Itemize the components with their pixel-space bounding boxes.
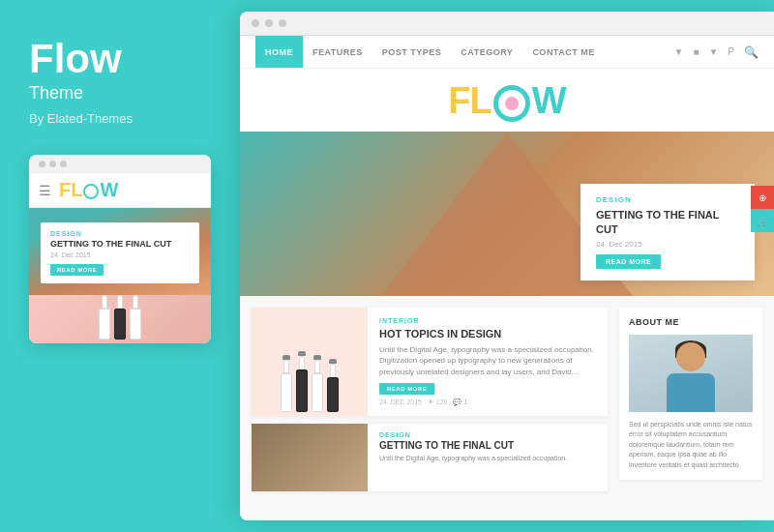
post1-date: 24. DEC 2015	[379, 399, 422, 405]
mobile-category: DESIGN	[50, 230, 190, 237]
left-panel: Flow Theme By Elated-Themes ☰ FLW DESIGN…	[0, 0, 240, 532]
hero-title: GETTING TO THE FINAL CUT	[596, 208, 739, 236]
brand-title: Flow	[29, 39, 211, 79]
hero-read-more-btn[interactable]: READ MORE	[596, 254, 661, 269]
bottles-illustration	[275, 308, 344, 416]
post-card-2: DESIGN GETTING TO THE FINAL CUT Until th…	[252, 424, 608, 491]
edge-icons: ⊕ 🛒	[751, 186, 774, 232]
hero-date: 24. Dec 2015	[596, 240, 739, 249]
dot-red	[39, 161, 45, 167]
brand-author: By Elated-Themes	[29, 111, 211, 126]
bottle-1	[281, 355, 292, 412]
mobile-hero-card: DESIGN GETTING TO THE FINAL CUT 24. Dec …	[41, 222, 199, 283]
search-icon[interactable]: 🔍	[744, 45, 759, 59]
bottle-3	[312, 355, 323, 412]
browser-chrome	[240, 12, 774, 36]
dot-green	[60, 161, 67, 167]
chrome-dot-1	[252, 19, 259, 27]
mobile-hero: DESIGN GETTING TO THE FINAL CUT 24. Dec …	[29, 208, 211, 295]
widget-title: ABOUT ME	[629, 317, 753, 327]
about-description: Sed ut perspiciatis unde omnis iste natu…	[629, 420, 753, 471]
desktop-logo-area: FLW	[240, 69, 774, 132]
mobile-card-title: GETTING TO THE FINAL CUT	[50, 239, 190, 250]
chrome-dot-3	[279, 19, 286, 27]
nav-contact[interactable]: CONTACT ME	[522, 36, 604, 68]
person-head	[676, 342, 705, 371]
post-text-2: DESIGN GETTING TO THE FINAL CUT Until th…	[368, 424, 608, 491]
chrome-dot-2	[265, 19, 273, 27]
post2-description: Until the Digital Age, typography was a …	[379, 454, 596, 462]
post1-views: 126	[436, 399, 448, 405]
bottle-4	[327, 359, 339, 412]
about-avatar	[629, 335, 753, 412]
mobile-bottom-content	[29, 295, 211, 343]
post1-meta: 24. DEC 2015 👁 126 💬 1	[379, 399, 596, 406]
nav-post-types[interactable]: POST TYPES	[372, 36, 452, 68]
mobile-read-more-btn[interactable]: READ MORE	[50, 264, 104, 276]
desktop-preview: HOME FEATURES POST TYPES CATEGORY CONTAC…	[240, 12, 774, 520]
social-icon-1: ▼	[673, 46, 683, 57]
social-icon-2: ■	[693, 46, 699, 57]
social-icon-4: P	[728, 46, 734, 57]
mobile-bottles	[29, 295, 211, 343]
social-icon-3: ▼	[708, 46, 718, 57]
hero-section: DESIGN GETTING TO THE FINAL CUT 24. Dec …	[240, 132, 774, 296]
main-content: INTERIOR HOT TOPICS IN DESIGN Until the …	[240, 296, 774, 520]
desktop-logo: FLW	[240, 82, 774, 122]
mobile-browser-dots	[29, 155, 211, 173]
hamburger-icon: ☰	[39, 183, 51, 198]
mobile-card-date: 24. Dec 2015	[50, 251, 190, 258]
post-text-1: INTERIOR HOT TOPICS IN DESIGN Until the …	[368, 308, 608, 416]
post1-comments: 1	[463, 399, 467, 405]
desktop-nav: HOME FEATURES POST TYPES CATEGORY CONTAC…	[240, 36, 774, 69]
desktop-content: FLW DESIGN GETTING TO THE FINAL CUT 24. …	[240, 69, 774, 520]
hero-category: DESIGN	[596, 195, 739, 204]
post1-read-more-btn[interactable]: READ MORE	[379, 383, 434, 395]
post2-category: DESIGN	[379, 431, 596, 438]
mobile-nav: ☰ FLW	[29, 173, 211, 208]
brand-subtitle: Theme	[29, 83, 211, 103]
post1-title: HOT TOPICS IN DESIGN	[379, 327, 596, 340]
nav-features[interactable]: FEATURES	[303, 36, 372, 68]
dot-yellow	[49, 161, 56, 167]
post-card-1: INTERIOR HOT TOPICS IN DESIGN Until the …	[252, 308, 608, 416]
posts-area: INTERIOR HOT TOPICS IN DESIGN Until the …	[252, 308, 608, 509]
post-image-2	[252, 424, 368, 491]
nav-home[interactable]: HOME	[255, 36, 303, 68]
post1-description: Until the Digital Age, typography was a …	[379, 344, 596, 377]
person-body	[667, 373, 715, 412]
bottle-2	[296, 351, 308, 412]
edge-icon-teal[interactable]: 🛒	[751, 209, 774, 232]
sidebar: ABOUT ME Sed ut perspiciatis unde omnis …	[619, 308, 762, 509]
person-illustration	[629, 335, 753, 412]
edge-icon-red[interactable]: ⊕	[751, 186, 774, 209]
mobile-preview: ☰ FLW DESIGN GETTING TO THE FINAL CUT 24…	[29, 155, 211, 343]
about-widget: ABOUT ME Sed ut perspiciatis unde omnis …	[619, 308, 762, 481]
nav-category[interactable]: CATEGORY	[451, 36, 522, 68]
nav-social-icons: ▼ ■ ▼ P 🔍	[673, 45, 759, 59]
hero-card: DESIGN GETTING TO THE FINAL CUT 24. Dec …	[580, 184, 755, 281]
post1-category: INTERIOR	[379, 317, 596, 324]
post-image-1	[252, 308, 368, 416]
mobile-logo: FLW	[59, 179, 118, 201]
post2-title: GETTING TO THE FINAL CUT	[379, 440, 596, 451]
